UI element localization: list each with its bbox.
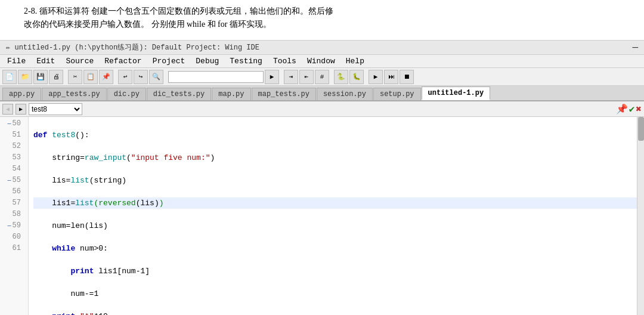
search-input[interactable]: [168, 71, 264, 83]
code-line-55: while num>0:: [33, 243, 637, 254]
editor-toolbar: ◀ ▶ test8 📌 ✔ ✖: [0, 101, 644, 117]
menu-testing[interactable]: Testing: [225, 55, 267, 67]
undo-button[interactable]: ↩: [118, 70, 132, 84]
tab-setup-py[interactable]: setup.py: [373, 88, 421, 100]
check-icon[interactable]: ✔: [629, 103, 635, 115]
editor-top-icons: 📌 ✔ ✖: [616, 103, 642, 115]
debug-button[interactable]: 🐛: [349, 70, 364, 84]
menu-bar: File Edit Source Refactor Project Debug …: [0, 55, 644, 68]
menu-edit[interactable]: Edit: [32, 55, 60, 67]
stop-button[interactable]: ⏹: [400, 70, 414, 84]
nav-forward-button[interactable]: ▶: [16, 104, 26, 115]
line-num-51: 51: [0, 129, 24, 141]
menu-window[interactable]: Window: [302, 55, 340, 67]
save-file-button[interactable]: 💾: [33, 70, 48, 84]
title-bar: ✏ untitled-1.py (h:\python练习题): Default …: [0, 41, 644, 55]
line-num-59: — 59: [0, 220, 24, 231]
menu-refactor[interactable]: Refactor: [100, 55, 146, 67]
print-button[interactable]: 🖨: [49, 70, 63, 84]
tabs-bar: app.py app_tests.py dic.py dic_tests.py …: [0, 86, 644, 101]
scrollbar[interactable]: [637, 117, 644, 315]
redo-button[interactable]: ↪: [134, 70, 148, 84]
line-num-52: 52: [0, 141, 24, 152]
minimize-button[interactable]: —: [632, 42, 638, 53]
code-area[interactable]: def test8(): string=raw_input("input fiv…: [29, 117, 637, 315]
menu-project[interactable]: Project: [148, 55, 190, 67]
line-num-54: 54: [0, 163, 24, 175]
run-button[interactable]: ▶: [369, 70, 383, 84]
title-bar-text: ✏ untitled-1.py (h:\python练习题): Default …: [6, 42, 259, 52]
code-line-56: print lis1[num-1]: [33, 265, 637, 277]
nav-back-button[interactable]: ◀: [2, 104, 13, 115]
search-go-button[interactable]: ▶: [265, 70, 279, 84]
comment-button[interactable]: #: [315, 70, 329, 84]
toolbar: 📄 📁 💾 🖨 ✂ 📋 📌 ↩ ↪ 🔍 ▶ ⇥ ⇤ # 🐍 🐛 ▶ ⏭ ⏹: [0, 68, 644, 86]
paste-button[interactable]: 📌: [99, 70, 113, 84]
menu-source[interactable]: Source: [61, 55, 98, 67]
copy-button[interactable]: 📋: [83, 70, 98, 84]
close-icon[interactable]: ✖: [636, 103, 642, 115]
tab-app-py[interactable]: app.py: [2, 88, 41, 100]
function-select[interactable]: test8: [29, 103, 82, 115]
description-area: 2-8. 循环和运算符 创建一个包含五个固定数值的列表或元组，输出他们的和。然后…: [0, 0, 644, 41]
step-button[interactable]: ⏭: [384, 70, 398, 84]
scrollbar-thumb[interactable]: [638, 117, 644, 141]
line-numbers: — 50 51 52 53 54 — 55 56 57 58 — 59: [0, 117, 29, 315]
menu-debug[interactable]: Debug: [191, 55, 224, 67]
menu-file[interactable]: File: [2, 55, 30, 67]
menu-tools[interactable]: Tools: [268, 55, 301, 67]
line-num-53: 53: [0, 152, 24, 163]
tab-map-tests-py[interactable]: map_tests.py: [252, 88, 316, 100]
tab-session-py[interactable]: session.py: [317, 88, 373, 100]
line-num-55: — 55: [0, 175, 24, 186]
line-num-60: 60: [0, 231, 24, 243]
python-button[interactable]: 🐍: [334, 70, 348, 84]
description-line1: 2-8. 循环和运算符 创建一个包含五个固定数值的列表或元组，输出他们的和。然后…: [24, 5, 620, 18]
code-line-58: print "*"*10: [33, 311, 637, 315]
line-num-61: 61: [0, 243, 24, 254]
line-num-58: 58: [0, 209, 24, 220]
code-line-57: num-=1: [33, 288, 637, 299]
cut-button[interactable]: ✂: [68, 70, 82, 84]
title-bar-left: ✏ untitled-1.py (h:\python练习题): Default …: [6, 42, 259, 52]
editor-container: — 50 51 52 53 54 — 55 56 57 58 — 59: [0, 117, 644, 315]
open-file-button[interactable]: 📁: [18, 70, 32, 84]
code-line-50: def test8():: [33, 129, 637, 141]
code-line-53: lis1=list(reversed(lis)): [33, 197, 637, 209]
code-line-51: string=raw_input("input five num:"): [33, 152, 637, 163]
line-num-57: 57: [0, 197, 24, 209]
tab-dic-tests-py[interactable]: dic_tests.py: [147, 88, 211, 100]
tab-app-tests-py[interactable]: app_tests.py: [42, 88, 106, 100]
outdent-button[interactable]: ⇤: [299, 70, 314, 84]
indent-button[interactable]: ⇥: [284, 70, 298, 84]
find-button[interactable]: 🔍: [149, 70, 163, 84]
tab-untitled-py[interactable]: untitled-1.py: [422, 87, 491, 100]
code-line-54: num=len(lis): [33, 220, 637, 231]
tab-map-py[interactable]: map.py: [212, 88, 250, 100]
code-line-52: lis=list(string): [33, 175, 637, 186]
new-file-button[interactable]: 📄: [2, 70, 17, 84]
pin-icon[interactable]: 📌: [616, 103, 628, 115]
line-num-56: 56: [0, 186, 24, 197]
line-num-50: — 50: [0, 118, 24, 129]
menu-help[interactable]: Help: [341, 55, 369, 67]
description-line2: 改你的代码来接受用户输入数值。 分别使用 while 和 for 循环实现。: [24, 18, 620, 31]
tab-dic-py[interactable]: dic.py: [107, 88, 146, 100]
